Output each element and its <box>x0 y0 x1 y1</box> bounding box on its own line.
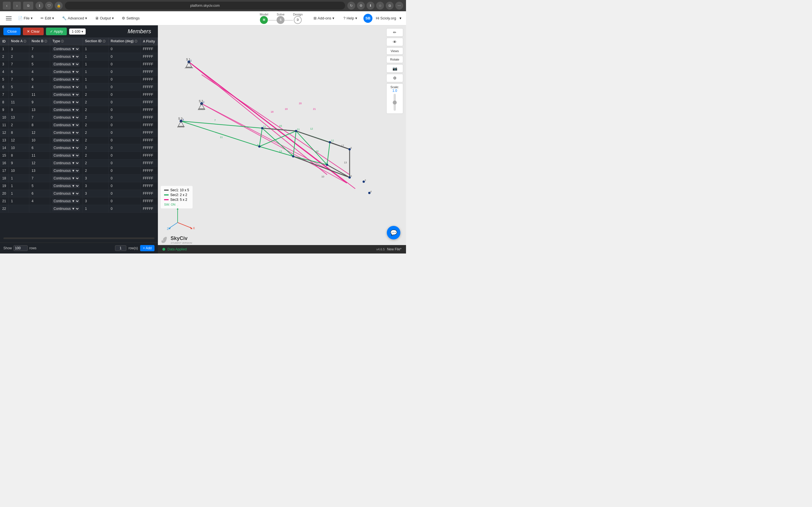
cell-nodeB[interactable] <box>29 121 50 129</box>
cell-nodeA[interactable] <box>9 99 29 106</box>
cell-sectionId[interactable] <box>83 83 108 91</box>
cell-type[interactable]: Continuous ▼ Pinned <box>50 99 83 106</box>
advanced-menu[interactable]: 🔧 Advanced ▾ <box>59 14 90 22</box>
cell-rotation[interactable] <box>108 144 140 152</box>
cell-nodeA[interactable] <box>9 136 29 144</box>
bookmark-btn[interactable]: ☆ <box>376 2 384 10</box>
cell-rotation[interactable] <box>108 152 140 159</box>
window-btn[interactable]: ⧉ <box>386 2 394 10</box>
edit-menu[interactable]: ✏ Edit ▾ <box>38 14 57 22</box>
cell-rotation[interactable] <box>108 61 140 68</box>
cell-fixity[interactable]: FFFFF <box>140 121 158 129</box>
table-row[interactable]: 4 Continuous ▼ Pinned FFFFF <box>0 68 158 76</box>
cell-rotation[interactable] <box>108 182 140 190</box>
cell-nodeA[interactable] <box>9 61 29 68</box>
cell-nodeA[interactable] <box>9 121 29 129</box>
cell-fixity[interactable]: FFFFF <box>140 99 158 106</box>
scale-slider[interactable] <box>394 94 396 111</box>
cell-sectionId[interactable] <box>83 106 108 114</box>
download-btn[interactable]: ⬇ <box>366 2 374 10</box>
cell-type[interactable]: Continuous ▼ Pinned <box>50 129 83 136</box>
cell-type[interactable]: Continuous ▼ Pinned <box>50 106 83 114</box>
cell-type[interactable]: Continuous ▼ Pinned <box>50 167 83 175</box>
settings-menu[interactable]: ⚙ Settings <box>119 14 142 22</box>
type-select[interactable]: Continuous ▼ Pinned <box>52 47 80 51</box>
table-row[interactable]: 18 Continuous ▼ Pinned FFFFF <box>0 175 158 182</box>
type-select[interactable]: Continuous ▼ Pinned <box>52 85 80 89</box>
type-select[interactable]: Continuous ▼ Pinned <box>52 176 80 180</box>
cell-nodeB[interactable] <box>29 106 50 114</box>
cell-nodeA[interactable] <box>9 68 29 76</box>
table-row[interactable]: 6 Continuous ▼ Pinned FFFFF <box>0 83 158 91</box>
cell-sectionId[interactable] <box>83 76 108 83</box>
forward-button[interactable]: › <box>13 2 21 10</box>
cell-nodeA[interactable] <box>9 91 29 99</box>
cell-nodeA[interactable] <box>9 144 29 152</box>
type-select[interactable]: Continuous ▼ Pinned <box>52 199 80 203</box>
apply-button[interactable]: ✓ Apply <box>46 27 67 35</box>
cell-nodeA[interactable] <box>9 175 29 182</box>
cell-sectionId[interactable] <box>83 182 108 190</box>
cell-nodeB[interactable] <box>29 136 50 144</box>
cell-type[interactable]: Continuous ▼ Pinned <box>50 121 83 129</box>
members-table[interactable]: ID Node A ⓘ Node B ⓘ Type ⓘ Section ID ⓘ… <box>0 38 158 236</box>
addons-menu[interactable]: ⊞ Add-ons ▾ <box>311 14 337 22</box>
cell-nodeA[interactable] <box>9 198 29 205</box>
eye-btn[interactable]: 👁 <box>386 38 403 46</box>
cell-fixity[interactable]: FFFFF <box>140 198 158 205</box>
file-menu[interactable]: 📄 File ▾ <box>15 14 36 22</box>
cell-nodeB[interactable] <box>29 205 50 213</box>
table-row[interactable]: 21 Continuous ▼ Pinned FFFFF <box>0 198 158 205</box>
cell-rotation[interactable] <box>108 167 140 175</box>
cell-nodeA[interactable] <box>9 106 29 114</box>
table-row[interactable]: 2 Continuous ▼ Pinned FFFFF <box>0 53 158 61</box>
type-select[interactable]: Continuous ▼ Pinned <box>52 77 80 82</box>
type-select[interactable]: Continuous ▼ Pinned <box>52 93 80 97</box>
reload-button[interactable]: ↻ <box>347 2 355 10</box>
type-select[interactable]: Continuous ▼ Pinned <box>52 191 80 196</box>
hamburger-menu[interactable] <box>4 14 13 22</box>
type-select[interactable]: Continuous ▼ Pinned <box>52 115 80 120</box>
user-avatar[interactable]: SB <box>363 14 372 23</box>
type-select[interactable]: Continuous ▼ Pinned <box>52 108 80 112</box>
pencil-btn[interactable]: ✏ <box>386 28 403 37</box>
cell-nodeB[interactable] <box>29 198 50 205</box>
type-select[interactable]: Continuous ▼ Pinned <box>52 100 80 105</box>
shield-icon-btn[interactable]: 🛡 <box>45 2 53 10</box>
cell-fixity[interactable]: FFFFF <box>140 167 158 175</box>
settings-rt-btn[interactable]: ⚙ <box>386 74 403 82</box>
cell-type[interactable]: Continuous ▼ Pinned <box>50 198 83 205</box>
cell-type[interactable]: Continuous ▼ Pinned <box>50 182 83 190</box>
type-select[interactable]: Continuous ▼ Pinned <box>52 161 80 165</box>
cell-nodeB[interactable] <box>29 53 50 61</box>
cell-type[interactable]: Continuous ▼ Pinned <box>50 68 83 76</box>
cell-fixity[interactable]: FFFFF <box>140 129 158 136</box>
cell-type[interactable]: Continuous ▼ Pinned <box>50 45 83 53</box>
table-row[interactable]: 15 Continuous ▼ Pinned FFFFF <box>0 152 158 159</box>
cell-sectionId[interactable] <box>83 152 108 159</box>
cell-type[interactable]: Continuous ▼ Pinned <box>50 136 83 144</box>
cell-nodeB[interactable] <box>29 83 50 91</box>
type-select[interactable]: Continuous ▼ Pinned <box>52 62 80 66</box>
cell-sectionId[interactable] <box>83 68 108 76</box>
cell-sectionId[interactable] <box>83 167 108 175</box>
cell-type[interactable]: Continuous ▼ Pinned <box>50 114 83 121</box>
browser-settings-btn[interactable]: ⚙ <box>357 2 365 10</box>
cell-nodeB[interactable] <box>29 61 50 68</box>
cell-rotation[interactable] <box>108 175 140 182</box>
cell-nodeA[interactable] <box>9 53 29 61</box>
table-row[interactable]: 13 Continuous ▼ Pinned FFFFF <box>0 136 158 144</box>
cell-rotation[interactable] <box>108 159 140 167</box>
cell-rotation[interactable] <box>108 121 140 129</box>
type-select[interactable]: Continuous ▼ Pinned <box>52 168 80 173</box>
table-row[interactable]: 10 Continuous ▼ Pinned FFFFF <box>0 114 158 121</box>
cell-type[interactable]: Continuous ▼ Pinned <box>50 190 83 198</box>
cell-rotation[interactable] <box>108 129 140 136</box>
cell-rotation[interactable] <box>108 136 140 144</box>
table-row[interactable]: 19 Continuous ▼ Pinned FFFFF <box>0 182 158 190</box>
back-button[interactable]: ‹ <box>3 2 11 10</box>
table-row[interactable]: 11 Continuous ▼ Pinned FFFFF <box>0 121 158 129</box>
cell-sectionId[interactable] <box>83 53 108 61</box>
table-row[interactable]: 5 Continuous ▼ Pinned FFFFF <box>0 76 158 83</box>
workflow-design[interactable]: Design D <box>293 13 303 24</box>
